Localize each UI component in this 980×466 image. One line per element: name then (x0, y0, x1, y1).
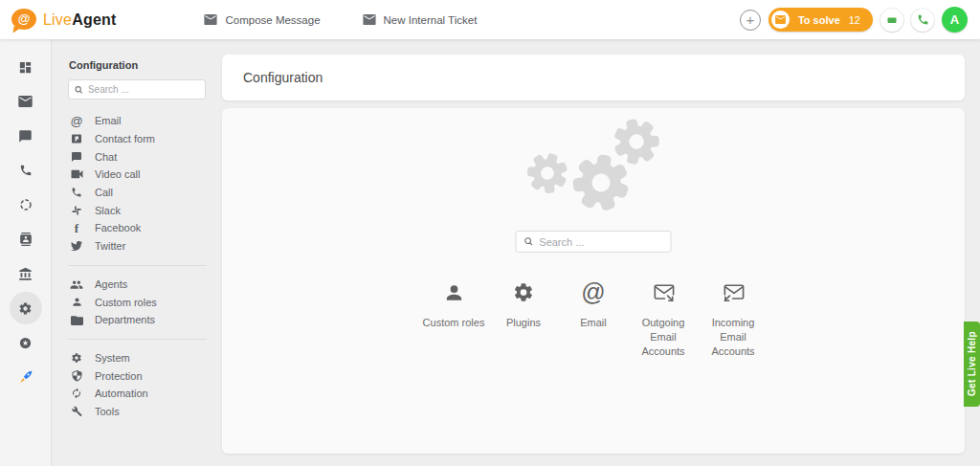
user-avatar[interactable]: A (942, 7, 968, 33)
shortcut-custom-roles[interactable]: Custom roles (419, 278, 489, 359)
rocket-icon (18, 369, 33, 385)
rail-item-calls[interactable] (9, 153, 43, 188)
get-live-help-label: Get Live Help (967, 332, 977, 397)
ring-icon (19, 198, 33, 211)
configuration-panel: Custom roles Plugins @ Email (222, 108, 965, 454)
sidebar-search[interactable] (68, 79, 206, 100)
plus-icon: + (746, 11, 755, 28)
to-solve-envelope-icon (771, 11, 790, 29)
facebook-icon: f (70, 222, 83, 234)
person-icon (443, 278, 464, 303)
rail-item-social[interactable] (9, 188, 43, 222)
chats-button[interactable] (880, 9, 903, 32)
sidebar-search-input[interactable] (88, 84, 199, 95)
contact-form-icon (70, 133, 83, 144)
chat-icon (886, 14, 898, 26)
envelope-icon (204, 14, 217, 25)
rail-item-configuration[interactable] (10, 292, 42, 324)
rail-item-chats[interactable] (9, 119, 43, 153)
incoming-email-icon (722, 278, 745, 303)
page-title: Configuration (243, 70, 323, 85)
at-icon: @ (581, 278, 605, 303)
sidebar-item-facebook[interactable]: f Facebook (53, 219, 222, 237)
shortcut-label: Plugins (506, 316, 541, 330)
phone-icon (19, 164, 33, 177)
sidebar-item-automation[interactable]: Automation (53, 385, 222, 403)
phone-icon (70, 187, 83, 198)
outgoing-email-icon (652, 278, 675, 303)
agents-icon (70, 279, 83, 289)
rail-item-tickets[interactable] (9, 84, 43, 119)
sidebar-item-video-call[interactable]: Video call (53, 166, 222, 184)
sidebar-item-label: Automation (95, 388, 148, 399)
liveagent-logo[interactable]: @ LiveAgent (11, 9, 116, 32)
sidebar-item-protection[interactable]: Protection (53, 366, 222, 385)
gear-icon (513, 278, 535, 303)
logo-text: LiveAgent (43, 11, 116, 29)
rail-item-billing[interactable] (9, 256, 43, 291)
envelope-icon (18, 96, 33, 107)
sidebar-item-custom-roles[interactable]: Custom roles (53, 293, 222, 311)
sidebar-item-label: Tools (95, 406, 120, 417)
folder-icon (70, 315, 83, 325)
shortcut-outgoing-email-accounts[interactable]: Outgoing Email Accounts (629, 278, 699, 359)
sidebar-item-tools[interactable]: Tools (53, 403, 222, 421)
envelope-icon (363, 14, 376, 25)
configuration-search[interactable] (516, 231, 672, 253)
rail-item-dashboard[interactable] (9, 50, 43, 84)
sidebar-item-label: Contact form (95, 133, 155, 144)
contact-card-icon (19, 233, 33, 246)
add-button[interactable]: + (740, 10, 761, 31)
search-icon (75, 85, 83, 95)
to-solve-count: 12 (849, 14, 860, 26)
shortcut-label: Incoming Email Accounts (699, 316, 768, 359)
calls-button[interactable] (911, 9, 934, 32)
sidebar-item-label: Slack (95, 205, 121, 216)
at-icon: @ (70, 115, 83, 127)
sidebar-item-slack[interactable]: Slack (53, 201, 222, 219)
sidebar-item-departments[interactable]: Departments (53, 311, 222, 329)
compose-message-label: Compose Message (225, 14, 320, 26)
configuration-search-input[interactable] (539, 236, 662, 248)
sidebar-item-chat[interactable]: Chat (53, 147, 222, 166)
rail-item-contacts[interactable] (9, 222, 43, 256)
logo-bubble-icon: @ (11, 9, 36, 32)
sidebar-item-label: Video call (95, 168, 141, 180)
sidebar-divider (68, 265, 207, 266)
new-internal-ticket-button[interactable]: New Internal Ticket (363, 14, 478, 26)
sidebar-item-system[interactable]: System (53, 349, 222, 367)
chat-bubble-icon (70, 151, 83, 163)
sidebar-item-label: Email (95, 115, 122, 126)
get-live-help-button[interactable]: Get Live Help (964, 322, 980, 407)
page-title-card: Configuration (222, 55, 965, 100)
sidebar-item-contact-form[interactable]: Contact form (53, 130, 222, 148)
sidebar-item-label: Chat (95, 151, 117, 163)
shortcut-email[interactable]: @ Email (559, 278, 629, 359)
shortcut-label: Email (580, 316, 607, 330)
gear-icon (70, 352, 83, 364)
shortcut-incoming-email-accounts[interactable]: Incoming Email Accounts (699, 278, 768, 359)
sidebar-item-label: Protection (95, 370, 143, 382)
rail-item-getting-started[interactable] (9, 360, 43, 394)
to-solve-button[interactable]: To solve 12 (768, 8, 873, 32)
shortcut-label: Custom roles (423, 316, 485, 330)
new-internal-ticket-label: New Internal Ticket (384, 14, 478, 26)
dashboard-icon (18, 60, 33, 75)
sidebar-item-call[interactable]: Call (53, 184, 222, 202)
video-camera-icon (70, 169, 83, 179)
sidebar-item-label: Call (95, 187, 113, 198)
compose-message-button[interactable]: Compose Message (204, 14, 320, 26)
sidebar-item-email[interactable]: @ Email (53, 112, 222, 130)
slack-icon (70, 205, 83, 216)
sidebar-item-label: Twitter (95, 240, 125, 252)
configuration-sidebar: Configuration @ Email Contact form Chat … (53, 39, 222, 466)
shortcut-plugins[interactable]: Plugins (489, 278, 559, 359)
sidebar-item-twitter[interactable]: Twitter (53, 237, 222, 255)
person-icon (70, 297, 83, 307)
sidebar-item-agents[interactable]: Agents (53, 276, 222, 294)
to-solve-label: To solve (798, 14, 840, 26)
rail-item-addons[interactable] (9, 325, 43, 360)
sync-icon (70, 388, 83, 399)
sidebar-item-label: Custom roles (95, 297, 157, 308)
wrench-icon (70, 406, 83, 417)
